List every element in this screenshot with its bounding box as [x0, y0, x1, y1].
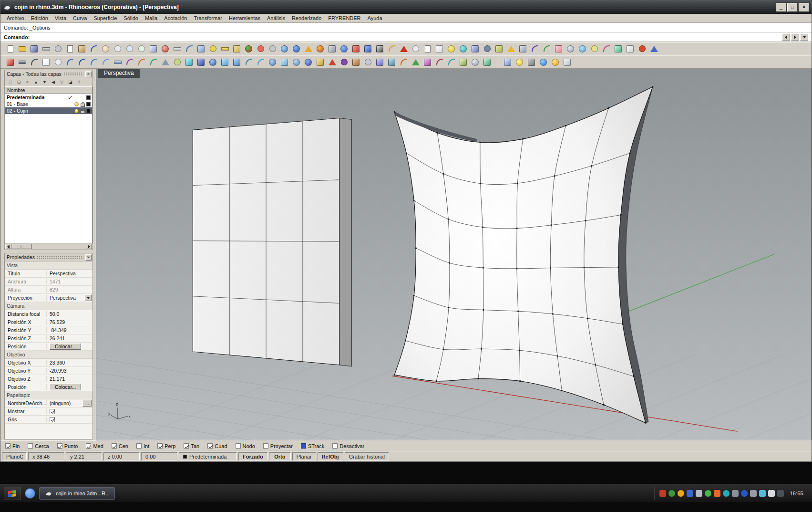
property-value[interactable]: Perspectiva	[50, 295, 83, 301]
cut-icon[interactable]	[52, 43, 64, 54]
percent-icon[interactable]	[410, 43, 421, 54]
delete-layer-icon[interactable]: ×	[24, 79, 31, 85]
trim-icon[interactable]	[350, 56, 362, 68]
measure-icon[interactable]	[171, 43, 183, 54]
move-up-icon[interactable]: ▲	[32, 79, 40, 85]
twist-icon[interactable]	[433, 56, 445, 68]
scroll-right-button[interactable]	[86, 244, 92, 249]
key-icon[interactable]	[219, 43, 231, 54]
explode-icon[interactable]	[326, 56, 338, 68]
rotate-icon[interactable]	[398, 56, 410, 68]
circle-red-icon[interactable]	[255, 43, 267, 54]
bend-icon[interactable]	[445, 56, 457, 68]
osnap-cuad[interactable]: Cuad	[207, 443, 227, 449]
property-value[interactable]: 21.171	[50, 376, 92, 382]
circle-gray-icon[interactable]	[267, 43, 278, 54]
scroll-thumb[interactable]	[12, 244, 32, 249]
menu-ayuda[interactable]: Ayuda	[364, 14, 386, 22]
sphere-icon[interactable]	[207, 56, 219, 68]
line-icon[interactable]	[16, 56, 28, 68]
menu-edicin[interactable]: Edición	[28, 14, 51, 22]
lock-icon[interactable]	[231, 43, 243, 54]
mostrar-checkbox[interactable]	[50, 409, 55, 414]
tray-volume-icon[interactable]	[696, 490, 702, 497]
tray-display-icon[interactable]	[768, 490, 775, 497]
point-icon[interactable]	[207, 43, 219, 54]
tray-printer-icon[interactable]	[750, 490, 757, 497]
osnap-checkbox[interactable]	[136, 443, 142, 449]
colocar-button[interactable]: Colocar...	[50, 343, 81, 350]
mode-planar[interactable]: Planar	[292, 452, 316, 460]
menu-slido[interactable]: Sólido	[120, 14, 142, 22]
osnap-checkbox[interactable]	[207, 443, 213, 449]
minimize-button[interactable]: _	[776, 3, 786, 12]
zoom-window-icon[interactable]	[123, 43, 135, 54]
eraser-icon[interactable]	[553, 43, 565, 54]
active-layer-chip[interactable]: Predeterminada	[179, 452, 237, 460]
tray-battery-icon[interactable]	[732, 490, 739, 497]
select-curves-icon[interactable]	[600, 43, 612, 54]
property-value[interactable]: -84.349	[50, 327, 92, 333]
layer-visibility-bulb-icon[interactable]	[74, 102, 79, 106]
menu-transformar[interactable]: Transformar	[190, 14, 226, 22]
osnap-perp[interactable]: Perp	[157, 443, 175, 449]
snapshot-icon[interactable]	[326, 43, 338, 54]
revolve-icon[interactable]	[267, 56, 278, 68]
layer-row[interactable]: 01 - Base	[5, 101, 92, 107]
tray-network-icon[interactable]	[687, 490, 693, 497]
zoom-extents-icon[interactable]	[135, 43, 147, 54]
boolean-union-icon[interactable]	[302, 56, 314, 68]
render-car-icon[interactable]	[159, 43, 171, 54]
duplicate-layer-icon[interactable]: ⊡	[15, 79, 22, 85]
record-history-icon[interactable]	[636, 43, 648, 54]
osnap-checkbox[interactable]	[236, 443, 241, 449]
sweep1-icon[interactable]	[243, 56, 255, 68]
pan-hand-icon[interactable]	[100, 43, 112, 54]
orient-icon[interactable]	[421, 56, 433, 68]
properties-panel-close-button[interactable]: ×	[85, 254, 92, 261]
layer-visibility-bulb-icon[interactable]	[74, 109, 79, 113]
show-objects-icon[interactable]	[576, 43, 588, 54]
taskbar-task-button[interactable]: cojin in rhino.3dm - R...	[39, 487, 115, 500]
link-icon[interactable]	[541, 43, 553, 54]
property-value[interactable]: (ninguno)	[50, 400, 82, 406]
viewport-tab-perspectiva[interactable]: Perspectiva	[98, 69, 140, 78]
curve-boolean-icon[interactable]	[171, 56, 183, 68]
freeform-curve-icon[interactable]	[76, 56, 88, 68]
copy-object-icon[interactable]	[362, 43, 374, 54]
property-value[interactable]: 76.529	[50, 319, 92, 325]
layer-lock-icon[interactable]	[80, 94, 85, 100]
mode-forzado[interactable]: Forzado	[238, 452, 267, 460]
tray-java-icon[interactable]	[714, 490, 720, 497]
select-points-icon[interactable]	[588, 43, 600, 54]
layers-panel-grip[interactable]	[63, 72, 83, 76]
cylinder-icon[interactable]	[183, 56, 195, 68]
collapse-icon[interactable]: ◀	[50, 79, 57, 85]
tray-usb-icon[interactable]	[759, 490, 766, 497]
osnap-cerca[interactable]: Cerca	[28, 443, 49, 449]
hook-icon[interactable]	[386, 43, 398, 54]
osnap-checkbox[interactable]	[28, 443, 33, 449]
direction-icon[interactable]	[481, 56, 493, 68]
property-value[interactable]: 50.0	[50, 311, 92, 317]
property-value[interactable]: 829	[50, 287, 92, 293]
property-value[interactable]: -20.993	[50, 368, 92, 374]
hide-objects-icon[interactable]	[565, 43, 576, 54]
command-next-button[interactable]	[791, 33, 799, 41]
layers-horizontal-scrollbar[interactable]	[5, 243, 93, 250]
property-value[interactable]: Perspectiva	[50, 271, 92, 276]
blend-curve-icon[interactable]	[147, 56, 159, 68]
tray-antivirus-icon[interactable]	[741, 490, 748, 497]
menu-superficie[interactable]: Superficie	[90, 14, 120, 22]
mode-refobj[interactable]: RefObj	[318, 452, 343, 460]
osnap-checkbox[interactable]	[57, 443, 62, 449]
mode-orto[interactable]: Orto	[269, 452, 291, 460]
new-layer-icon[interactable]: □	[7, 79, 14, 85]
save-icon[interactable]	[28, 43, 40, 54]
property-value[interactable]: 26.241	[50, 335, 92, 341]
close-button[interactable]: ×	[799, 3, 809, 12]
cplane-button[interactable]: PlanoC	[2, 452, 27, 460]
perspective-viewport[interactable]: z x y Perspectiva	[96, 69, 812, 440]
tray-update-icon[interactable]	[678, 490, 684, 497]
osnap-strack[interactable]: STrack	[301, 443, 324, 449]
